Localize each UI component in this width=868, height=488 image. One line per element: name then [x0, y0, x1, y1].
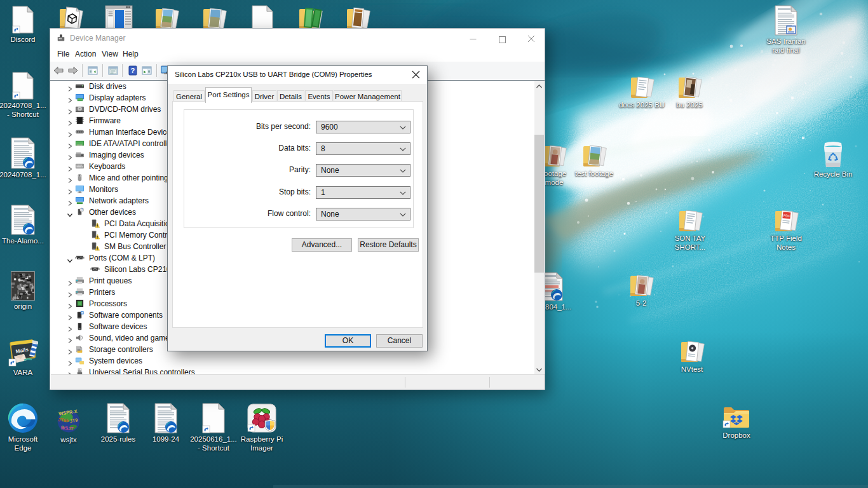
svg-text:JT65: JT65 [58, 417, 69, 423]
svg-text:PDF: PDF [783, 214, 791, 218]
svg-text:WSJT: WSJT [60, 425, 74, 432]
svg-text:?: ? [131, 67, 135, 74]
svg-text:?: ? [81, 208, 83, 212]
